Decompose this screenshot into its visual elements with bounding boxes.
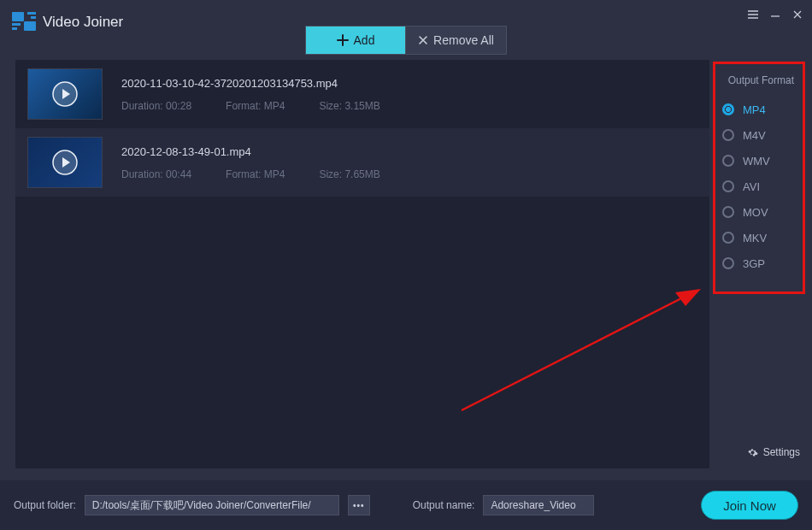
file-format: Format: MP4: [226, 100, 285, 112]
svg-rect-4: [27, 12, 36, 15]
radio-dot-icon: [722, 155, 734, 167]
file-meta: Duration: 00:28 Format: MP4 Size: 3.15MB: [121, 100, 697, 112]
output-folder-input[interactable]: [85, 495, 339, 515]
format-radio-3gp[interactable]: 3GP: [722, 250, 796, 276]
main-toolbar: Add Remove All: [305, 26, 507, 55]
file-format: Format: MP4: [226, 168, 285, 180]
join-now-label: Join Now: [723, 498, 776, 513]
file-name: 2020-12-08-13-49-01.mp4: [121, 145, 697, 158]
output-format-panel: Output Format MP4M4VWMVAVIMOVMKV3GP: [713, 60, 805, 468]
format-label: 3GP: [743, 257, 765, 270]
gear-icon: [747, 447, 758, 458]
app-logo-wrap: Video Joiner: [12, 12, 123, 32]
close-button[interactable]: [791, 9, 803, 21]
output-name-label: Output name:: [413, 499, 475, 511]
remove-all-button-label: Remove All: [433, 33, 494, 47]
video-thumbnail: [27, 137, 103, 188]
hamburger-icon: [748, 10, 758, 19]
svg-rect-1: [24, 21, 36, 31]
x-icon: [418, 35, 428, 45]
settings-button[interactable]: Settings: [747, 446, 800, 458]
format-label: MP4: [743, 103, 766, 116]
format-radio-wmv[interactable]: WMV: [722, 148, 796, 174]
radio-dot-icon: [722, 180, 734, 192]
file-size: Size: 7.65MB: [319, 168, 380, 180]
browse-button[interactable]: •••: [348, 495, 370, 515]
video-thumbnail: [27, 68, 103, 120]
play-icon: [51, 149, 79, 176]
radio-dot-icon: [722, 129, 734, 141]
app-title: Video Joiner: [43, 14, 123, 31]
file-duration: Duration: 00:44: [121, 168, 191, 180]
format-radio-m4v[interactable]: M4V: [722, 122, 796, 148]
minimize-icon: [770, 9, 780, 20]
ellipsis-icon: •••: [353, 501, 365, 510]
output-name-input[interactable]: [483, 495, 594, 515]
format-label: MOV: [743, 206, 768, 219]
file-size: Size: 3.15MB: [319, 100, 380, 112]
file-info: 2020-11-03-10-42-3720201203134753.mp4 Du…: [121, 77, 697, 112]
format-radio-mov[interactable]: MOV: [722, 199, 796, 225]
format-label: M4V: [743, 129, 766, 142]
file-duration: Duration: 00:28: [121, 100, 191, 112]
file-row[interactable]: 2020-12-08-13-49-01.mp4 Duration: 00:44 …: [15, 128, 709, 197]
file-name: 2020-11-03-10-42-3720201203134753.mp4: [121, 77, 697, 90]
radio-dot-icon: [722, 257, 734, 269]
output-format-title: Output Format: [722, 74, 796, 86]
output-folder-label: Output folder:: [14, 499, 76, 511]
svg-rect-2: [12, 23, 21, 26]
output-format-highlight: Output Format MP4M4VWMVAVIMOVMKV3GP: [713, 62, 805, 294]
file-info: 2020-12-08-13-49-01.mp4 Duration: 00:44 …: [121, 145, 697, 180]
radio-dot-icon: [722, 103, 734, 115]
radio-dot-icon: [722, 232, 734, 244]
settings-label: Settings: [763, 446, 800, 458]
minimize-button[interactable]: [769, 9, 781, 21]
bottom-bar: Output folder: ••• Output name: Join Now: [0, 480, 812, 530]
play-icon: [51, 80, 79, 108]
svg-rect-5: [31, 16, 36, 19]
join-now-button[interactable]: Join Now: [701, 491, 798, 520]
add-button-label: Add: [354, 33, 375, 47]
format-radio-avi[interactable]: AVI: [722, 174, 796, 199]
format-radio-mp4[interactable]: MP4: [722, 97, 796, 122]
file-row[interactable]: 2020-11-03-10-42-3720201203134753.mp4 Du…: [15, 60, 709, 128]
svg-rect-0: [12, 12, 24, 21]
remove-all-button[interactable]: Remove All: [406, 26, 506, 54]
menu-button[interactable]: [747, 9, 759, 21]
format-label: MKV: [743, 232, 767, 244]
add-button[interactable]: Add: [306, 26, 406, 54]
plus-icon: [337, 34, 349, 46]
format-label: AVI: [743, 180, 760, 193]
file-list: 2020-11-03-10-42-3720201203134753.mp4 Du…: [15, 60, 709, 468]
close-icon: [792, 9, 803, 20]
format-label: WMV: [743, 155, 770, 168]
format-radio-mkv[interactable]: MKV: [722, 225, 796, 250]
svg-rect-3: [12, 27, 17, 30]
app-logo-icon: [12, 12, 36, 32]
window-controls: [747, 9, 803, 21]
file-meta: Duration: 00:44 Format: MP4 Size: 7.65MB: [121, 168, 697, 180]
radio-dot-icon: [722, 206, 734, 218]
